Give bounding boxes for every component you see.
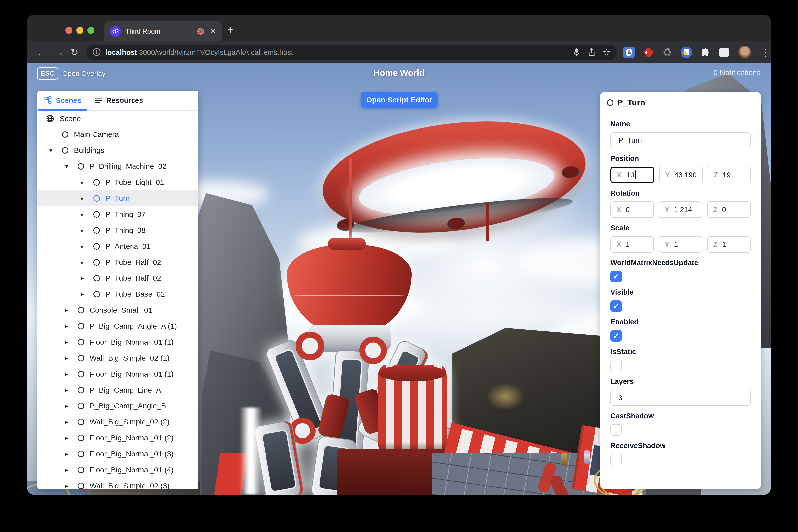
isstatic-checkbox[interactable] [610, 360, 622, 371]
chevron-right-icon[interactable]: ▸ [65, 467, 68, 473]
tree-item[interactable]: ▸Floor_Big_Normal_01 (3) [37, 446, 198, 462]
close-window-button[interactable] [65, 27, 72, 34]
browser-menu-kebab-icon[interactable]: ⋮ [761, 48, 771, 57]
scale-x-input[interactable]: X1 [610, 236, 654, 252]
tree-item[interactable]: ▸Console_Small_01 [37, 302, 198, 318]
chevron-right-icon[interactable]: ▸ [81, 259, 84, 266]
chevron-right-icon[interactable]: ▸ [65, 451, 68, 457]
visible-checkbox[interactable]: ✓ [610, 300, 622, 312]
tree-item[interactable]: ▸Floor_Big_Normal_01 (1) [37, 366, 198, 382]
tree-item[interactable]: ▸P_Thing_08 [37, 222, 198, 238]
chevron-right-icon[interactable]: ▸ [81, 211, 84, 218]
chevron-right-icon[interactable]: ▸ [65, 402, 68, 410]
tree-item[interactable]: Main Camera [37, 127, 198, 142]
property-label: ReceiveShadow [610, 442, 750, 450]
tree-item[interactable]: ▸P_Tube_Light_01 [37, 174, 198, 190]
rotation-x-input[interactable]: X0 [610, 202, 654, 218]
tree-item-label: Buildings [74, 146, 104, 155]
chevron-down-icon[interactable]: ▾ [50, 147, 52, 154]
scale-z-input[interactable]: Z1 [707, 236, 750, 252]
chevron-down-icon[interactable]: ▾ [65, 163, 68, 170]
back-button[interactable]: ← [37, 48, 47, 57]
tree-item[interactable]: ▸P_Antena_01 [37, 238, 198, 254]
tree-item[interactable]: ▸Wall_Big_Simple_02 (2) [37, 414, 198, 430]
chevron-right-icon[interactable]: ▸ [65, 370, 68, 378]
privacy-shield-extension-icon[interactable] [623, 47, 634, 58]
browser-tab[interactable]: Third Room ✕ [104, 21, 222, 41]
chevron-right-icon[interactable]: ▸ [65, 307, 68, 314]
name-input[interactable]: P_Turn [610, 132, 750, 149]
zoom-window-button[interactable] [87, 27, 94, 34]
node-circle-icon [78, 451, 84, 457]
tree-item[interactable]: ▸Wall_Big_Simple_02 (3) [37, 478, 198, 489]
rotation-z-input[interactable]: Z0 [707, 202, 750, 218]
tree-item[interactable]: ▸Wall_Big_Simple_02 (1) [37, 350, 198, 366]
recycle-extension-icon[interactable]: ♻ [663, 47, 672, 58]
night-doc-extension-icon[interactable] [681, 47, 692, 58]
position-z-input[interactable]: Z19 [708, 167, 750, 183]
tree-item[interactable]: ▸P_Tube_Base_02 [37, 286, 198, 302]
notifications-label[interactable]: 0 Notifications [714, 69, 761, 77]
node-circle-icon [78, 371, 84, 377]
forward-button[interactable]: → [54, 48, 64, 57]
worldmatrixneedsupdate-checkbox[interactable]: ✓ [610, 271, 622, 282]
tree-item[interactable]: ▸P_Thing_07 [37, 206, 198, 222]
layers-input[interactable]: 3 [610, 390, 750, 406]
chevron-right-icon[interactable]: ▸ [65, 339, 68, 346]
site-info-icon[interactable] [92, 48, 101, 57]
red-diamond-extension-icon[interactable] [643, 47, 654, 58]
tree-item[interactable]: ▸Floor_Big_Normal_01 (1) [37, 334, 198, 350]
microphone-icon[interactable] [572, 48, 581, 57]
open-script-editor-button[interactable]: Open Script Editor [361, 92, 438, 108]
tree-item[interactable]: ▾P_Drilling_Machine_02 [37, 158, 198, 174]
chevron-right-icon[interactable]: ▸ [81, 227, 84, 234]
chevron-right-icon[interactable]: ▸ [81, 275, 84, 282]
url-bar[interactable]: localhost:3000/world/!vjrzmTVOcyIsLgaAkA… [86, 45, 616, 60]
text-cursor [635, 170, 636, 179]
castshadow-checkbox[interactable] [610, 424, 622, 436]
tab-resources[interactable]: Resources [88, 91, 150, 110]
node-circle-icon [93, 227, 100, 233]
chevron-right-icon[interactable]: ▸ [65, 482, 68, 489]
position-y-input[interactable]: Y43.190 [659, 167, 703, 183]
tab-close-icon[interactable]: ✕ [210, 28, 216, 35]
position-x-input[interactable]: X10 [610, 167, 654, 183]
chevron-right-icon[interactable]: ▸ [65, 355, 68, 362]
enabled-checkbox[interactable]: ✓ [610, 330, 622, 342]
tree-item[interactable]: ▸P_Big_Camp_Angle_A (1) [37, 318, 198, 334]
rotation-y-input[interactable]: Y1.214 [659, 202, 702, 218]
chevron-right-icon[interactable]: ▸ [81, 195, 84, 202]
scale-y-input[interactable]: Y1 [659, 236, 702, 252]
new-tab-button[interactable]: + [227, 24, 234, 35]
chevron-right-icon[interactable]: ▸ [65, 323, 68, 330]
tree-item[interactable]: ▸Floor_Big_Normal_01 (2) [37, 430, 198, 446]
tree-item[interactable]: ▸P_Tube_Half_02 [37, 254, 198, 270]
tree-item[interactable]: ▸P_Tube_Half_02 [37, 270, 198, 286]
extensions-puzzle-icon[interactable] [701, 47, 711, 58]
tree-item[interactable]: ▾Buildings [37, 142, 198, 158]
receiveshadow-checkbox[interactable] [610, 454, 622, 466]
chevron-right-icon[interactable]: ▸ [65, 386, 68, 394]
tree-item[interactable]: ▸P_Big_Camp_Angle_B [37, 398, 198, 414]
chevron-right-icon[interactable]: ▸ [81, 243, 84, 250]
chevron-right-icon[interactable]: ▸ [65, 418, 68, 425]
tree-item[interactable]: ▸P_Turn [37, 190, 198, 206]
tree-item[interactable]: ▸P_Big_Camp_Line_A [37, 382, 198, 398]
tree-item-label: P_Big_Camp_Line_A [90, 386, 161, 394]
reload-button[interactable]: ↻ [70, 48, 78, 57]
tree-item-label: Floor_Big_Normal_01 (4) [90, 466, 174, 474]
3d-viewport[interactable]: ESC Open Overlay Home World 0 Notificati… [27, 63, 771, 495]
chevron-right-icon[interactable]: ▸ [81, 291, 84, 298]
bookmark-star-icon[interactable]: ☆ [602, 48, 610, 57]
tree-item[interactable]: Scene [37, 111, 198, 127]
tab-scenes[interactable]: Scenes [37, 91, 88, 110]
chevron-right-icon[interactable]: ▸ [81, 179, 84, 186]
profile-avatar[interactable] [738, 45, 752, 60]
side-panel-icon[interactable] [719, 48, 729, 57]
minimize-window-button[interactable] [76, 27, 83, 34]
share-icon[interactable] [587, 48, 596, 57]
chevron-right-icon[interactable]: ▸ [65, 434, 68, 441]
tab-recording-indicator-icon [197, 28, 204, 35]
node-circle-icon [62, 131, 69, 138]
tree-item[interactable]: ▸Floor_Big_Normal_01 (4) [37, 462, 198, 478]
